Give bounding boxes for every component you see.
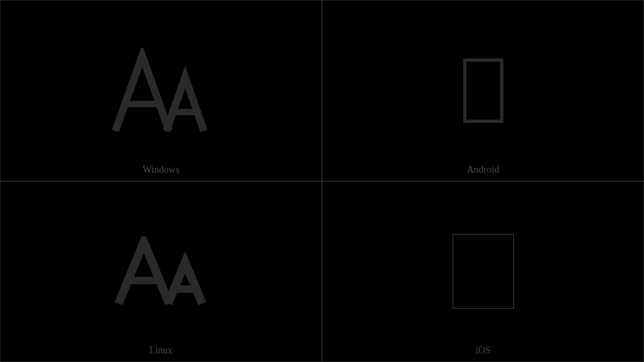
cell-label-windows: Windows	[143, 164, 179, 175]
glyph-area-windows	[1, 1, 321, 181]
glyph-area-ios	[323, 182, 643, 362]
glyph-area-android	[323, 1, 643, 181]
cell-windows: Windows	[0, 0, 322, 181]
font-size-aa-icon	[110, 48, 212, 134]
font-size-aa-icon	[114, 237, 208, 306]
cell-ios: iOS	[322, 181, 644, 363]
cell-android: Android	[322, 0, 644, 181]
missing-glyph-box-icon	[463, 58, 503, 123]
cell-label-linux: Linux	[150, 345, 173, 356]
missing-glyph-box-icon	[452, 234, 514, 309]
cell-linux: Linux	[0, 181, 322, 363]
glyph-comparison-grid: Windows Android Lin	[0, 0, 644, 362]
glyph-area-linux	[1, 182, 321, 362]
cell-label-ios: iOS	[475, 345, 491, 356]
cell-label-android: Android	[467, 164, 499, 175]
